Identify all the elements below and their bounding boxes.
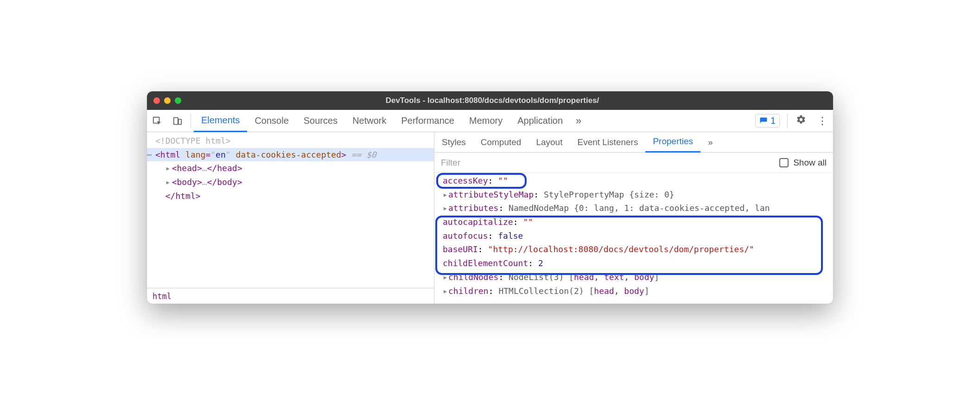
tab-layout[interactable]: Layout — [528, 132, 570, 153]
dom-node-html-close: </html> — [147, 189, 434, 203]
sidebar-panel: Styles Computed Layout Event Listeners P… — [434, 132, 833, 304]
tab-application[interactable]: Application — [510, 110, 570, 132]
issues-count: 1 — [770, 115, 776, 126]
prop-attributes[interactable]: ▸attributes: NamedNodeMap {0: lang, 1: d… — [438, 201, 829, 215]
prop-autocapitalize[interactable]: autocapitalize: "" — [438, 215, 829, 229]
breadcrumb-item[interactable]: html — [153, 292, 172, 301]
elements-panel: <!DOCTYPE html> <html lang="en" data-coo… — [147, 132, 434, 304]
dom-node-html[interactable]: <html lang="en" data-cookies-accepted> =… — [147, 148, 434, 162]
dom-node-body[interactable]: ▸<body>…</body> — [147, 175, 434, 189]
svg-rect-1 — [174, 117, 178, 124]
tab-properties[interactable]: Properties — [645, 132, 700, 153]
tab-styles[interactable]: Styles — [434, 132, 473, 153]
tab-network[interactable]: Network — [345, 110, 394, 132]
devtools-window: DevTools - localhost:8080/docs/devtools/… — [147, 91, 833, 304]
prop-baseuri[interactable]: baseURI: "http://localhost:8080/docs/dev… — [438, 242, 829, 256]
tab-console[interactable]: Console — [247, 110, 296, 132]
inspect-element-icon[interactable] — [147, 110, 167, 132]
tab-memory[interactable]: Memory — [462, 110, 510, 132]
settings-icon[interactable] — [790, 115, 812, 127]
tab-sources[interactable]: Sources — [296, 110, 345, 132]
dom-node-head[interactable]: ▸<head>…</head> — [147, 161, 434, 175]
tab-event-listeners[interactable]: Event Listeners — [570, 132, 645, 153]
prop-attributestylemap[interactable]: ▸attributeStyleMap: StylePropertyMap {si… — [438, 188, 829, 202]
tab-performance[interactable]: Performance — [394, 110, 462, 132]
prop-accesskey[interactable]: accessKey: "" — [438, 174, 829, 188]
prop-childnodes[interactable]: ▸childNodes: NodeList(3) [head, text, bo… — [438, 270, 829, 284]
filter-input[interactable]: Filter — [441, 158, 779, 168]
main-toolbar: Elements Console Sources Network Perform… — [147, 110, 833, 132]
kebab-menu-icon[interactable]: ⋮ — [812, 115, 833, 127]
properties-list[interactable]: accessKey: "" ▸attributeStyleMap: StyleP… — [434, 173, 833, 304]
breadcrumb[interactable]: html — [147, 288, 434, 304]
main-row: <!DOCTYPE html> <html lang="en" data-coo… — [147, 132, 833, 304]
titlebar: DevTools - localhost:8080/docs/devtools/… — [147, 91, 833, 110]
prop-children[interactable]: ▸children: HTMLCollection(2) [head, body… — [438, 284, 829, 298]
issues-badge[interactable]: 1 — [755, 114, 780, 127]
more-subtabs-icon[interactable]: » — [700, 132, 720, 153]
tab-computed[interactable]: Computed — [473, 132, 529, 153]
more-tabs-icon[interactable]: » — [570, 115, 587, 127]
show-all-label: Show all — [793, 158, 827, 168]
show-all-checkbox[interactable] — [779, 158, 789, 167]
prop-childelementcount[interactable]: childElementCount: 2 — [438, 256, 829, 270]
window-title: DevTools - localhost:8080/docs/devtools/… — [158, 96, 827, 105]
dom-tree[interactable]: <!DOCTYPE html> <html lang="en" data-coo… — [147, 132, 434, 288]
svg-rect-2 — [178, 119, 181, 124]
device-toolbar-icon[interactable] — [167, 110, 188, 132]
separator — [787, 114, 788, 128]
separator — [191, 114, 191, 128]
tab-elements[interactable]: Elements — [194, 110, 247, 132]
prop-autofocus[interactable]: autofocus: false — [438, 229, 829, 243]
doctype-node: <!DOCTYPE html> — [155, 136, 231, 146]
filter-row: Filter Show all — [434, 153, 833, 173]
sidebar-tabs: Styles Computed Layout Event Listeners P… — [434, 132, 833, 153]
